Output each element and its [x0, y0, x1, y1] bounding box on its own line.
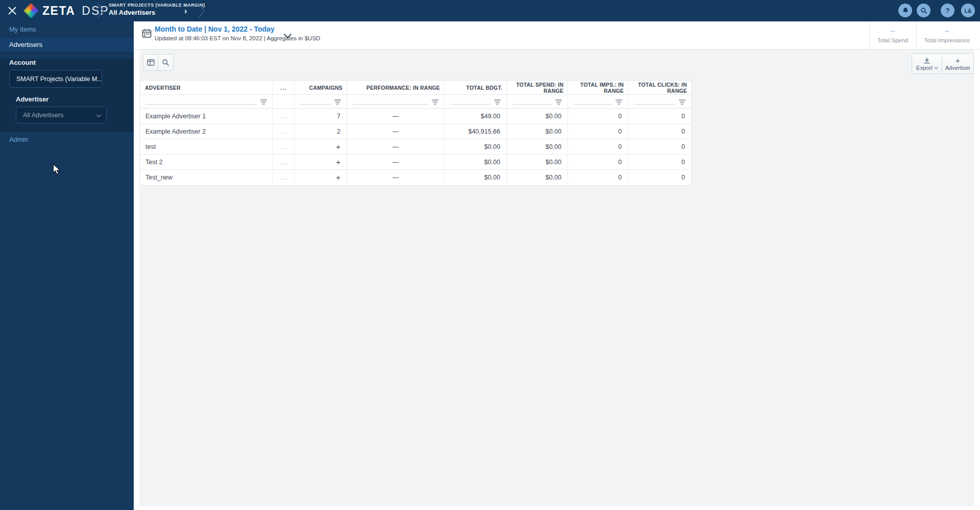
total-budget-cell: $0.00: [445, 155, 507, 169]
total-spend-stat: -- Total Spend: [869, 21, 916, 49]
campaigns-cell[interactable]: 2: [295, 124, 347, 139]
table-row: Test 2 ... + — $0.00 $0.00 0 0: [140, 155, 691, 170]
performance-cell: —: [347, 170, 445, 185]
filter-icon[interactable]: [260, 99, 267, 105]
row-menu-button[interactable]: ...: [273, 124, 295, 139]
search-icon: [162, 59, 169, 66]
account-select[interactable]: SMART Projects (Variable M...: [9, 70, 102, 88]
filter-icon[interactable]: [334, 99, 341, 105]
total-imps-cell: 0: [568, 155, 628, 169]
total-impressions-label: Total Impressions: [924, 37, 970, 43]
campaigns-cell[interactable]: 7: [295, 109, 347, 123]
filter-input-total-clicks[interactable]: [628, 95, 691, 108]
add-advertiser-button[interactable]: + Advertiser: [942, 54, 974, 74]
advertisers-table: ADVERTISER ... CAMPAIGNS PERFORMANCE: IN…: [139, 80, 692, 186]
grid-panel: Export + Advertiser ADVERTISER ... CAMPA…: [139, 49, 974, 506]
column-settings-button[interactable]: [143, 54, 158, 71]
row-menu-button[interactable]: ...: [273, 109, 295, 123]
total-clicks-cell: 0: [628, 139, 691, 154]
total-spend-cell: $0.00: [507, 155, 568, 169]
performance-cell: —: [347, 124, 445, 139]
chevron-down-icon: [934, 65, 938, 69]
column-header-total-spend[interactable]: TOTAL SPEND: IN RANGE: [507, 81, 568, 94]
export-button[interactable]: Export: [912, 54, 942, 74]
content-header-bar: Month to Date | Nov 1, 2022 - Today Upda…: [134, 21, 980, 49]
filter-input-advertiser[interactable]: [140, 95, 273, 108]
brand-suffix: DSP: [82, 4, 109, 18]
help-button[interactable]: ?: [941, 4, 954, 17]
plus-icon[interactable]: +: [336, 143, 340, 150]
advertiser-name-cell[interactable]: Test 2: [140, 155, 273, 169]
total-impressions-stat: -- Total Impressions: [916, 21, 977, 49]
add-campaign-button: +: [295, 139, 347, 154]
sidebar-item-label: My Items: [9, 26, 36, 33]
column-header-total-imps[interactable]: TOTAL IMPS.: IN RANGE: [568, 81, 628, 94]
add-campaign-button: +: [295, 155, 347, 169]
breadcrumb-account-label: SMART PROJECTS (VARIABLE MARGIN): [109, 3, 205, 8]
notifications-button[interactable]: [898, 4, 912, 17]
sidebar-item-label: Admin: [9, 136, 28, 143]
date-updated-text: Updated at 08:46:03 EST on Nov 8, 2022 |…: [155, 35, 320, 41]
add-advertiser-button-label: Advertiser: [945, 65, 971, 71]
filter-input-total-budget[interactable]: [445, 95, 507, 108]
column-header-performance[interactable]: PERFORMANCE: IN RANGE: [347, 81, 445, 94]
sidebar-item-my-items[interactable]: My Items: [0, 21, 134, 37]
plus-icon[interactable]: +: [336, 174, 340, 181]
filter-icon[interactable]: [432, 99, 438, 105]
filter-input-campaigns[interactable]: [295, 95, 347, 108]
total-imps-cell: 0: [568, 139, 628, 154]
filter-input-performance[interactable]: [347, 95, 445, 108]
search-icon: [920, 7, 927, 14]
sidebar-item-advertisers[interactable]: Advertisers: [0, 37, 134, 52]
row-menu-button[interactable]: ...: [273, 139, 295, 154]
total-imps-cell: 0: [568, 124, 628, 139]
table-row: test ... + — $0.00 $0.00 0 0: [140, 139, 691, 155]
advertiser-name-cell[interactable]: Example Advertiser 1: [140, 109, 273, 123]
brand-logo: ZETA DSP: [24, 3, 109, 19]
zeta-logo-icon: [23, 3, 39, 18]
filter-input-total-spend[interactable]: [507, 95, 568, 108]
plus-icon: +: [955, 57, 960, 64]
total-clicks-cell: 0: [628, 109, 691, 123]
row-menu-button[interactable]: ...: [273, 170, 295, 185]
advertiser-select[interactable]: All Advertisers: [16, 107, 107, 123]
total-budget-cell: $40,915.66: [445, 124, 507, 139]
filter-icon[interactable]: [616, 99, 622, 105]
column-header-total-budget[interactable]: TOTAL BDGT.: [445, 81, 507, 94]
filter-icon[interactable]: [494, 99, 501, 105]
row-menu-button[interactable]: ...: [273, 155, 295, 169]
top-navigation-bar: ZETA DSP SMART PROJECTS (VARIABLE MARGIN…: [0, 0, 980, 21]
add-campaign-button: +: [295, 170, 347, 185]
advertiser-select-value: All Advertisers: [16, 112, 76, 119]
sidebar-item-admin[interactable]: Admin: [0, 132, 134, 147]
column-header-advertiser[interactable]: ADVERTISER: [140, 81, 273, 94]
total-imps-cell: 0: [568, 170, 628, 185]
advertiser-name-cell[interactable]: Test_new: [140, 170, 273, 185]
total-clicks-cell: 0: [628, 124, 691, 139]
calendar-icon: [142, 29, 152, 38]
breadcrumb-page-title: All Advertisers: [109, 9, 205, 16]
user-avatar[interactable]: L&: [961, 4, 975, 17]
total-budget-cell: $49.00: [445, 109, 507, 123]
column-header-total-clicks[interactable]: TOTAL CLICKS: IN RANGE: [628, 81, 691, 94]
brand-name: ZETA: [42, 4, 75, 18]
advertiser-name-cell[interactable]: Example Advertiser 2: [140, 124, 273, 139]
filter-icon[interactable]: [555, 99, 562, 105]
export-button-label: Export: [916, 65, 933, 71]
grid-search-button[interactable]: [158, 54, 174, 71]
close-icon[interactable]: [7, 5, 18, 16]
column-header-row-menu[interactable]: ...: [273, 81, 295, 94]
breadcrumb-expand-icon[interactable]: ›: [184, 7, 187, 15]
question-mark-icon: ?: [946, 7, 950, 14]
breadcrumb[interactable]: SMART PROJECTS (VARIABLE MARGIN) All Adv…: [109, 3, 205, 16]
performance-cell: —: [347, 139, 445, 154]
breadcrumb-separator-icon: [97, 4, 104, 18]
column-header-campaigns[interactable]: CAMPAIGNS: [295, 81, 347, 94]
date-range-link[interactable]: Month to Date | Nov 1, 2022 - Today: [155, 25, 275, 33]
table-row: Test_new ... + — $0.00 $0.00 0 0: [140, 170, 691, 185]
filter-input-total-imps[interactable]: [568, 95, 628, 108]
plus-icon[interactable]: +: [336, 159, 340, 166]
advertiser-name-cell[interactable]: test: [140, 139, 273, 154]
filter-icon[interactable]: [679, 99, 685, 105]
global-search-button[interactable]: [917, 4, 930, 17]
